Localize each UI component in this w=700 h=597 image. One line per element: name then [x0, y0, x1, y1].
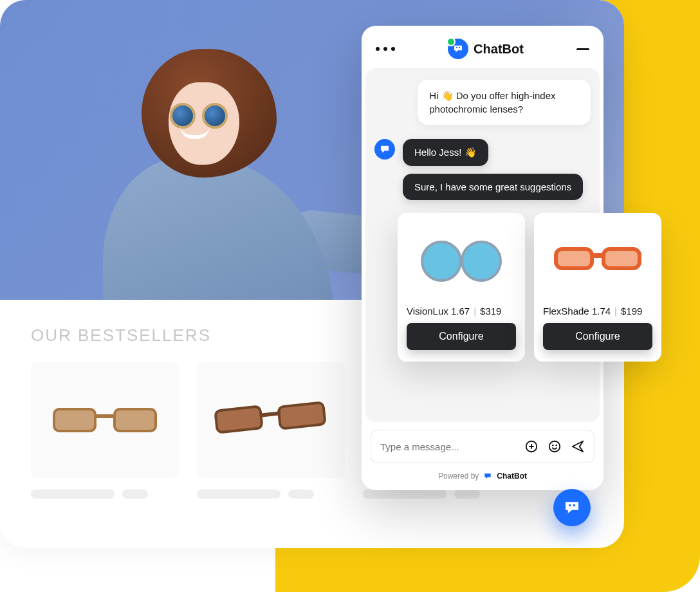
- svg-rect-10: [459, 259, 463, 262]
- svg-rect-0: [54, 409, 95, 431]
- svg-point-17: [556, 445, 557, 446]
- svg-rect-11: [556, 249, 592, 268]
- svg-point-16: [552, 445, 553, 446]
- svg-rect-12: [603, 249, 640, 268]
- chat-body: Hi 👋 Do you offer high-index photochromi…: [365, 68, 600, 422]
- svg-rect-2: [95, 414, 115, 418]
- skeleton-row: [31, 490, 179, 499]
- chat-launcher-button[interactable]: [553, 489, 591, 526]
- configure-button[interactable]: Configure: [407, 323, 516, 350]
- svg-rect-13: [592, 253, 603, 258]
- svg-point-9: [462, 242, 501, 280]
- hero-model-image: [77, 23, 354, 300]
- suggestion-card: VisionLux 1.67|$319 Configure: [398, 213, 525, 362]
- bot-row: Hello Jess! 👋 Sure, I have some great su…: [374, 139, 591, 200]
- svg-rect-7: [459, 47, 460, 48]
- product-image: [31, 362, 179, 478]
- powered-by: Powered by ChatBot: [362, 467, 603, 490]
- skeleton-row: [197, 490, 345, 499]
- chat-widget: ChatBot Hi 👋 Do you offer high-index pho…: [362, 26, 603, 490]
- svg-rect-3: [215, 406, 262, 432]
- send-icon[interactable]: [571, 439, 585, 454]
- bot-message: Hello Jess! 👋: [403, 139, 488, 166]
- svg-rect-5: [260, 411, 281, 417]
- configure-button[interactable]: Configure: [543, 323, 652, 350]
- svg-rect-1: [115, 409, 156, 431]
- svg-rect-4: [278, 402, 325, 428]
- suggestion-card: FlexShade 1.74|$199 Configure: [534, 213, 661, 362]
- chat-header: ChatBot: [362, 26, 603, 68]
- chat-brand-label: ChatBot: [474, 42, 524, 57]
- message-input[interactable]: [380, 441, 515, 452]
- svg-point-15: [549, 441, 560, 452]
- emoji-icon[interactable]: [548, 439, 562, 454]
- product-image: [197, 362, 345, 478]
- suggestion-name-price: FlexShade 1.74|$199: [543, 306, 652, 317]
- chat-brand: ChatBot: [448, 39, 524, 59]
- chatbot-logo-icon: [448, 39, 468, 59]
- product-card[interactable]: [197, 362, 345, 499]
- chat-input-bar: [371, 430, 594, 463]
- minimize-icon[interactable]: [576, 48, 589, 50]
- bot-message: Sure, I have some great suggestions: [403, 174, 583, 200]
- user-message: Hi 👋 Do you offer high-index photochromi…: [418, 80, 591, 125]
- svg-rect-19: [573, 504, 575, 506]
- product-card[interactable]: [31, 362, 179, 499]
- svg-rect-18: [569, 504, 571, 506]
- bot-avatar-icon: [374, 139, 395, 160]
- suggestion-image: [407, 222, 516, 298]
- add-icon[interactable]: [524, 439, 539, 454]
- svg-rect-6: [456, 47, 457, 48]
- suggestion-image: [543, 222, 652, 298]
- suggestion-name-price: VisionLux 1.67|$319: [407, 306, 516, 317]
- chatbot-mini-icon: [483, 471, 493, 481]
- menu-dots-icon[interactable]: [376, 47, 395, 51]
- skeleton-row: [363, 490, 511, 499]
- product-suggestions: VisionLux 1.67|$319 Configure FlexShade …: [398, 213, 670, 362]
- svg-point-8: [422, 242, 461, 280]
